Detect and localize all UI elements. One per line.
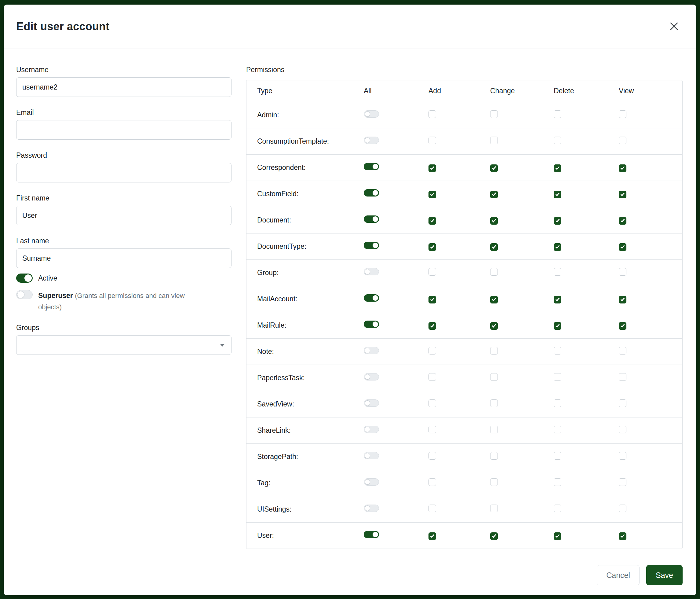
permission-delete-checkbox[interactable] <box>554 191 561 198</box>
permission-add-checkbox[interactable] <box>428 532 436 540</box>
permission-all-toggle[interactable] <box>364 452 379 459</box>
permission-add-checkbox[interactable] <box>428 452 436 460</box>
permission-delete-checkbox[interactable] <box>554 505 561 512</box>
permission-view-checkbox[interactable] <box>619 478 626 486</box>
permission-change-checkbox[interactable] <box>490 347 498 355</box>
permission-all-toggle[interactable] <box>364 163 379 170</box>
permission-view-checkbox[interactable] <box>619 347 626 355</box>
permission-change-checkbox[interactable] <box>490 373 498 381</box>
permission-view-checkbox[interactable] <box>619 243 626 251</box>
permission-change-checkbox[interactable] <box>490 137 498 144</box>
permission-change-checkbox[interactable] <box>490 426 498 433</box>
permission-view-checkbox[interactable] <box>619 268 626 275</box>
permission-view-checkbox[interactable] <box>619 322 626 330</box>
groups-select[interactable] <box>16 335 231 355</box>
check-icon <box>555 323 560 327</box>
permission-all-toggle[interactable] <box>364 268 379 275</box>
permission-all-toggle[interactable] <box>364 294 379 302</box>
permission-delete-checkbox[interactable] <box>554 296 561 304</box>
permission-change-checkbox[interactable] <box>490 296 498 304</box>
permission-change-checkbox[interactable] <box>490 164 498 172</box>
superuser-toggle[interactable] <box>16 290 33 299</box>
permission-change-checkbox[interactable] <box>490 322 498 330</box>
permission-view-checkbox[interactable] <box>619 373 626 381</box>
groups-input[interactable] <box>16 335 231 355</box>
username-input[interactable] <box>16 77 231 97</box>
permission-add-checkbox[interactable] <box>428 164 436 172</box>
permission-all-toggle[interactable] <box>364 320 379 328</box>
permission-view-checkbox[interactable] <box>619 110 626 118</box>
permission-change-checkbox[interactable] <box>490 243 498 251</box>
permission-add-checkbox[interactable] <box>428 478 436 486</box>
permission-delete-checkbox[interactable] <box>554 137 561 144</box>
permission-change-checkbox[interactable] <box>490 505 498 512</box>
permission-view-checkbox[interactable] <box>619 532 626 540</box>
permission-delete-checkbox[interactable] <box>554 452 561 460</box>
first-name-input[interactable] <box>16 206 231 225</box>
permission-view-checkbox[interactable] <box>619 426 626 433</box>
permission-view-checkbox[interactable] <box>619 217 626 224</box>
permission-view-checkbox[interactable] <box>619 191 626 198</box>
permission-add-checkbox[interactable] <box>428 347 436 355</box>
permission-add-checkbox[interactable] <box>428 373 436 381</box>
permission-delete-checkbox[interactable] <box>554 268 561 275</box>
permission-delete-checkbox[interactable] <box>554 400 561 407</box>
permission-all-toggle[interactable] <box>364 373 379 381</box>
permission-change-checkbox[interactable] <box>490 452 498 460</box>
permission-delete-checkbox[interactable] <box>554 217 561 224</box>
permission-add-checkbox[interactable] <box>428 110 436 118</box>
permission-all-toggle[interactable] <box>364 242 379 249</box>
permission-delete-checkbox[interactable] <box>554 243 561 251</box>
permission-all-toggle[interactable] <box>364 426 379 433</box>
permission-delete-checkbox[interactable] <box>554 373 561 381</box>
permission-delete-checkbox[interactable] <box>554 322 561 330</box>
permission-delete-checkbox[interactable] <box>554 164 561 172</box>
permission-delete-checkbox[interactable] <box>554 532 561 540</box>
email-field[interactable] <box>16 120 231 140</box>
permission-add-checkbox[interactable] <box>428 426 436 433</box>
permission-view-checkbox[interactable] <box>619 164 626 172</box>
permission-all-toggle[interactable] <box>364 110 379 118</box>
permission-add-checkbox[interactable] <box>428 243 436 251</box>
permission-all-toggle[interactable] <box>364 189 379 196</box>
permission-change-checkbox[interactable] <box>490 478 498 486</box>
permission-all-toggle[interactable] <box>364 137 379 144</box>
permission-view-checkbox[interactable] <box>619 296 626 304</box>
permission-delete-checkbox[interactable] <box>554 110 561 118</box>
permission-add-checkbox[interactable] <box>428 400 436 407</box>
permission-all-toggle[interactable] <box>364 400 379 407</box>
permission-all-toggle[interactable] <box>364 505 379 512</box>
permission-delete-checkbox[interactable] <box>554 426 561 433</box>
permission-view-checkbox[interactable] <box>619 505 626 512</box>
permission-add-checkbox[interactable] <box>428 217 436 224</box>
permission-change-checkbox[interactable] <box>490 532 498 540</box>
permission-change-checkbox[interactable] <box>490 191 498 198</box>
cancel-button[interactable]: Cancel <box>597 565 640 585</box>
active-toggle[interactable] <box>16 273 33 283</box>
permission-change-checkbox[interactable] <box>490 400 498 407</box>
permission-add-checkbox[interactable] <box>428 191 436 198</box>
permission-delete-checkbox[interactable] <box>554 347 561 355</box>
permission-all-toggle[interactable] <box>364 478 379 486</box>
permission-add-checkbox[interactable] <box>428 296 436 304</box>
permission-change-checkbox[interactable] <box>490 268 498 275</box>
check-icon <box>555 192 560 196</box>
permission-view-checkbox[interactable] <box>619 400 626 407</box>
permission-all-toggle[interactable] <box>364 215 379 223</box>
permission-add-checkbox[interactable] <box>428 505 436 512</box>
permission-change-checkbox[interactable] <box>490 110 498 118</box>
permission-view-checkbox[interactable] <box>619 452 626 460</box>
password-field[interactable] <box>16 163 231 183</box>
permission-all-toggle[interactable] <box>364 531 379 538</box>
permission-row: Admin: <box>247 102 682 128</box>
permission-add-checkbox[interactable] <box>428 268 436 275</box>
permission-all-toggle[interactable] <box>364 347 379 354</box>
permission-add-checkbox[interactable] <box>428 137 436 144</box>
last-name-input[interactable] <box>16 248 231 268</box>
permission-add-checkbox[interactable] <box>428 322 436 330</box>
save-button[interactable]: Save <box>646 565 682 585</box>
permission-change-checkbox[interactable] <box>490 217 498 224</box>
close-button[interactable] <box>667 19 682 34</box>
permission-view-checkbox[interactable] <box>619 137 626 144</box>
permission-delete-checkbox[interactable] <box>554 478 561 486</box>
